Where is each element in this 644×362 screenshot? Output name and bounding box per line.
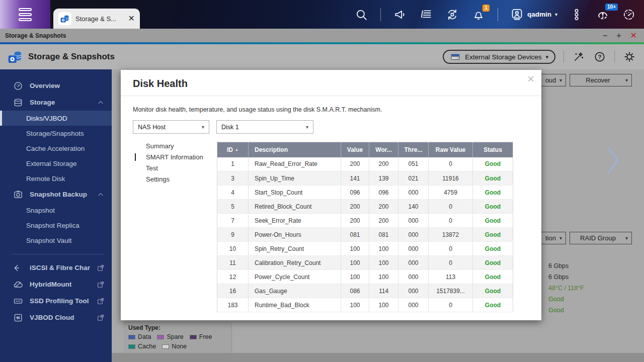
recover-dropdown-button[interactable]: Recover ▾ (570, 74, 632, 86)
raid-group-dropdown-button[interactable]: RAID Group ▾ (570, 232, 632, 244)
sidebar-item-iscsi-fibre-channel[interactable]: iSCSI & Fibre Channel (0, 259, 112, 276)
window-close-button[interactable]: ✕ (630, 32, 637, 40)
table-row[interactable]: 7Seek_Error_Rate2002000000Good (217, 214, 513, 228)
window-minimize-button[interactable]: − (603, 32, 607, 40)
cell-description: Retired_Block_Count (249, 200, 341, 214)
cell-id: 183 (217, 298, 249, 312)
device-selector-dropdown[interactable]: External Storage Devices ▾ (443, 50, 555, 64)
cell-value: 141 (341, 171, 369, 186)
table-row[interactable]: 5Retired_Block_Count2002001400Good (217, 200, 513, 214)
sidebar-item-snapshot[interactable]: Snapshot (0, 203, 112, 218)
device-selector-label: External Storage Devices (465, 53, 541, 61)
sidebar-item-snapshot-backup[interactable]: Snapshot Backup (0, 186, 112, 203)
column-header-value[interactable]: Value (341, 142, 369, 157)
cell-id: 12 (217, 270, 249, 284)
sidebar-item-storage[interactable]: Storage (0, 94, 112, 111)
sidebar-item-label: Overview (30, 82, 105, 89)
table-row[interactable]: 1Raw_Read_Error_Rate2002000510Good (217, 157, 513, 171)
chevron-down-icon: ▾ (625, 235, 628, 241)
disk-health-dialog: × Disk Health Monitor disk health, tempe… (121, 70, 541, 320)
svg-text:?: ? (598, 54, 601, 60)
dashboard-gauge-icon[interactable] (622, 8, 636, 22)
sidebar-item-remote-disk[interactable]: Remote Disk (0, 171, 112, 186)
clipped-action-dropdown-button[interactable]: tion ▾ (541, 232, 566, 244)
cell-threshold: 000 (398, 228, 429, 242)
table-row[interactable]: 3Spin_Up_Time14113902111916Good (217, 171, 513, 186)
dialog-nav-summary[interactable]: Summary (135, 142, 217, 153)
storage-snapshots-app-icon (58, 12, 71, 25)
table-row[interactable]: 12Power_Cycle_Count100100000113Good (217, 270, 513, 284)
table-row[interactable]: 16Gas_Gauge0861140001517839...Good (217, 284, 513, 298)
sidebar-item-overview[interactable]: Overview (0, 77, 112, 94)
cell-description: Seek_Error_Rate (249, 214, 341, 228)
legend-label: Spare (167, 333, 183, 340)
resource-recycle-icon[interactable] (445, 8, 459, 22)
dialog-close-icon[interactable]: × (527, 73, 534, 85)
cell-id: 10 (217, 242, 249, 256)
user-menu[interactable]: qadmin ▾ (510, 8, 557, 21)
cell-threshold: 000 (398, 270, 429, 284)
sidebar-item-snapshot-vault[interactable]: Snapshot Vault (0, 233, 112, 248)
tab-close-icon[interactable]: ✕ (128, 15, 135, 23)
window-maximize-button[interactable]: + (616, 32, 621, 40)
legend-item-cache: Cache (128, 343, 156, 350)
sidebar-item-ssd-profiling-tool[interactable]: SSD Profiling Tool (0, 293, 112, 309)
external-drive-icon (450, 51, 461, 62)
column-header-raw-value[interactable]: Raw Value (429, 142, 473, 157)
background-tasks-icon[interactable]: 10+ (596, 8, 610, 22)
dialog-nav-settings[interactable]: Settings (135, 175, 217, 186)
table-row[interactable]: 11Calibration_Retry_Count1001000000Good (217, 256, 513, 270)
sidebar-item-vjbod-cloud[interactable]: VJBOD Cloud (0, 309, 112, 326)
sidebar-item-external-storage[interactable]: External Storage (0, 156, 112, 171)
hamburger-menu-icon[interactable] (19, 8, 32, 21)
legend-label: Free (199, 333, 212, 340)
dialog-nav-test[interactable]: Test (135, 164, 217, 175)
desktop-topbar: Storage & S... ✕ 1 qadm (0, 0, 644, 29)
page-title: Storage & Snapshots (28, 52, 115, 62)
sidebar-item-snapshot-replica[interactable]: Snapshot Replica (0, 218, 112, 233)
dialog-side-nav: SummarySMART InformationTestSettings (121, 142, 217, 312)
chevron-down-icon: ▾ (559, 77, 562, 83)
column-header-status[interactable]: Status (473, 142, 513, 157)
column-header-wor-[interactable]: Wor... (369, 142, 398, 157)
sidebar-item-hybridmount[interactable]: HybridMount (0, 276, 112, 293)
device-selector-caret-icon: ▾ (545, 54, 548, 60)
dialog-nav-smart-information[interactable]: SMART Information (135, 153, 217, 164)
event-logs-icon[interactable] (419, 8, 433, 22)
announcement-icon[interactable] (393, 8, 407, 22)
table-row[interactable]: 10Spin_Retry_Count1001000000Good (217, 242, 513, 256)
window-title: Storage & Snapshots (5, 32, 603, 39)
notifications-bell-icon[interactable]: 1 (471, 8, 486, 22)
search-icon[interactable] (354, 8, 368, 22)
sidebar-item-label: SSD Profiling Tool (30, 297, 90, 305)
sidebar-item-label: iSCSI & Fibre Channel (30, 264, 90, 272)
help-icon[interactable]: ? (593, 50, 606, 63)
table-row[interactable]: 183Runtime_Bad_Block1001000000Good (217, 298, 513, 312)
sidebar-item-disks-vjbod[interactable]: Disks/VJBOD (0, 111, 112, 126)
settings-gear-icon[interactable] (623, 50, 636, 63)
clipped-dropdown-button[interactable]: oud ▾ (541, 74, 566, 86)
table-row[interactable]: 9Power-On_Hours08108100013872Good (217, 228, 513, 242)
smart-assistant-wand-icon[interactable] (572, 50, 585, 63)
app-tab[interactable]: Storage & S... ✕ (53, 9, 140, 29)
disk-info-value: 6 Gbps (548, 260, 584, 272)
header-divider (564, 51, 564, 63)
nas-host-select[interactable]: NAS Host ▾ (133, 120, 209, 134)
column-header-thre-[interactable]: Thre... (398, 142, 429, 157)
external-link-icon (97, 281, 105, 289)
background-tasks-badge: 10+ (605, 4, 618, 11)
disk-select[interactable]: Disk 1 ▾ (216, 120, 313, 134)
carousel-next-arrow-icon[interactable] (606, 146, 619, 177)
column-header-description[interactable]: Description (249, 142, 341, 157)
legend-item-spare: Spare (157, 333, 183, 340)
more-options-kebab-icon[interactable] (570, 8, 584, 22)
storage-snapshots-logo-icon (7, 49, 23, 65)
main-menu-block[interactable] (0, 0, 50, 29)
sidebar-item-storage-snapshots[interactable]: Storage/Snapshots (0, 126, 112, 141)
table-row[interactable]: 4Start_Stop_Count0960960004759Good (217, 186, 513, 200)
cell-worst: 100 (369, 242, 398, 256)
sidebar-item-cache-acceleration[interactable]: Cache Acceleration (0, 141, 112, 156)
cell-threshold: 000 (398, 298, 429, 312)
smart-attributes-table: ID▲DescriptionValueWor...Thre...Raw Valu… (217, 142, 513, 312)
column-header-id[interactable]: ID▲ (217, 142, 249, 157)
